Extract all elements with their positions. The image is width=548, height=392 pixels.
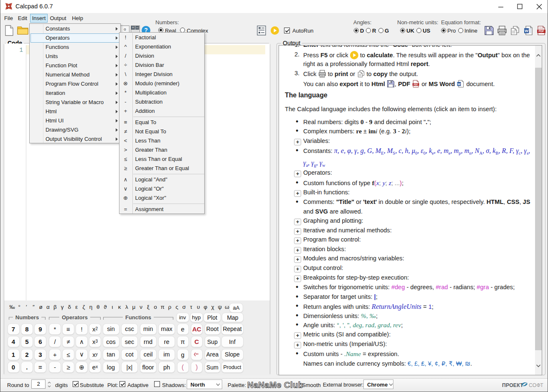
svg-text:W: W — [525, 29, 528, 33]
svg-text:W: W — [458, 82, 461, 86]
svg-text:PDF: PDF — [539, 30, 544, 33]
svg-text:PDF: PDF — [414, 83, 418, 85]
